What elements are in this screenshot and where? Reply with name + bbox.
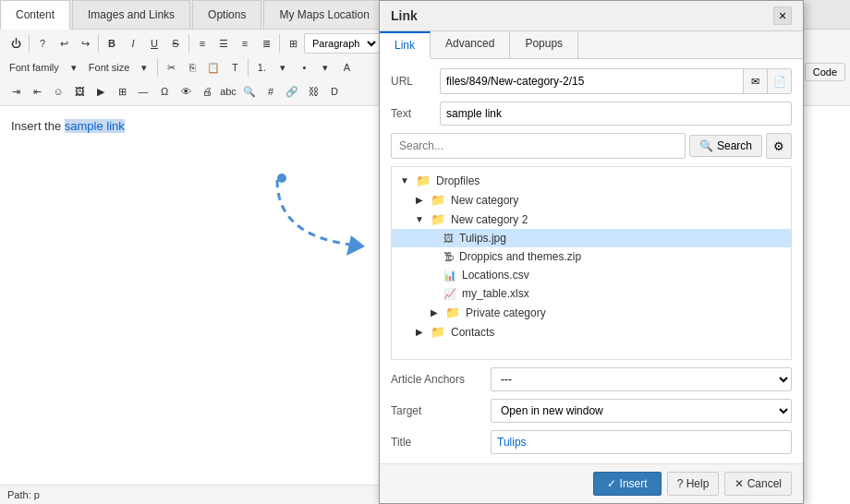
file-tree[interactable]: ▼ 📁 Dropfiles ▶ 📁 New category ▼ 📁 New c… xyxy=(391,166,792,360)
search-input-wrap xyxy=(391,133,686,159)
justify-icon[interactable]: ≣ xyxy=(256,33,276,54)
cut-icon[interactable]: ✂ xyxy=(161,57,181,78)
charmap-icon[interactable]: Ω xyxy=(154,81,175,102)
url-email-icon[interactable]: ✉ xyxy=(743,69,767,93)
url-browse-icon[interactable]: 📄 xyxy=(767,69,791,93)
anchor-icon[interactable]: # xyxy=(261,81,281,102)
tree-item-label: New category 2 xyxy=(451,213,528,226)
align-right-icon[interactable]: ≡ xyxy=(235,33,255,54)
list-dropdown-icon[interactable]: ▾ xyxy=(273,57,293,78)
xlsx-file-icon: 📈 xyxy=(443,288,456,300)
tree-item-private-category[interactable]: ▶ 📁 Private category xyxy=(392,303,791,322)
tree-item-label: my_table.xlsx xyxy=(462,287,529,300)
help-button-label: ? Help xyxy=(677,477,710,490)
link-icon[interactable]: 🔗 xyxy=(282,81,302,102)
dialog-tab-link[interactable]: Link xyxy=(380,31,431,59)
paste-text-icon[interactable]: T xyxy=(225,57,245,78)
path-value: p xyxy=(34,489,40,500)
search-button[interactable]: 🔍 Search xyxy=(689,135,762,157)
image-icon[interactable]: 🖼 xyxy=(69,81,90,102)
search-input[interactable] xyxy=(399,139,677,152)
paragraph-dropdown[interactable]: Paragraph xyxy=(304,33,380,54)
font-family-dropdown-icon[interactable]: ▾ xyxy=(64,57,84,78)
dialog-tab-popups[interactable]: Popups xyxy=(510,31,578,58)
folder-icon: 📁 xyxy=(431,193,445,207)
table-icon[interactable]: ⊞ xyxy=(283,33,303,54)
strikethrough-icon[interactable]: S xyxy=(165,33,186,54)
search-settings-button[interactable]: ⚙ xyxy=(766,133,792,159)
underline-icon[interactable]: U xyxy=(144,33,164,54)
expander-icon: ▶ xyxy=(414,195,425,205)
font-size-dropdown-icon[interactable]: ▾ xyxy=(134,57,154,78)
paste-icon[interactable]: 📋 xyxy=(203,57,224,78)
target-row: Target Open in new window xyxy=(391,399,792,423)
url-label: URL xyxy=(391,75,432,88)
tree-item-my-table[interactable]: 📈 my_table.xlsx xyxy=(392,284,791,303)
align-center-icon[interactable]: ☰ xyxy=(213,33,234,54)
print-icon[interactable]: 🖨 xyxy=(197,81,217,102)
list-ordered-icon[interactable]: 1. xyxy=(251,57,272,78)
dropcaps-icon[interactable]: D xyxy=(324,81,345,102)
unlink-icon[interactable]: ⛓ xyxy=(303,81,323,102)
tree-item-dropfiles[interactable]: ▼ 📁 Dropfiles xyxy=(392,171,791,190)
folder-icon: 📁 xyxy=(431,212,445,226)
dialog-tab-advanced[interactable]: Advanced xyxy=(431,31,510,58)
tree-item-droppics[interactable]: 🗜 Droppics and themes.zip xyxy=(392,247,791,266)
dialog-footer: ✓ Insert ? Help ✕ Cancel xyxy=(380,463,803,503)
title-label: Title xyxy=(391,436,483,449)
cancel-button-label: ✕ Cancel xyxy=(735,477,782,490)
code-button[interactable]: Code xyxy=(805,63,845,81)
copy-icon[interactable]: ⎘ xyxy=(182,57,202,78)
title-input[interactable] xyxy=(491,430,792,454)
tab-options[interactable]: Options xyxy=(192,0,261,29)
list-unordered-icon[interactable]: • xyxy=(294,57,314,78)
dialog-close-button[interactable]: × xyxy=(773,6,792,25)
help-icon[interactable]: ? xyxy=(32,33,53,54)
font-family-label: Font family xyxy=(6,62,63,73)
title-row: Title xyxy=(391,430,792,454)
cancel-button[interactable]: ✕ Cancel xyxy=(724,472,792,496)
emoticon-icon[interactable]: ☺ xyxy=(48,81,68,102)
separator-2 xyxy=(98,34,99,53)
search-icon: 🔍 xyxy=(699,139,713,152)
hr-icon[interactable]: — xyxy=(133,81,153,102)
tab-content[interactable]: Content xyxy=(0,0,70,30)
indent-icon[interactable]: ⇥ xyxy=(6,81,26,102)
media-icon[interactable]: ▶ xyxy=(91,81,111,102)
tree-item-label: Droppics and themes.zip xyxy=(459,250,581,263)
redo-icon[interactable]: ↪ xyxy=(75,33,95,54)
tree-item-new-category[interactable]: ▶ 📁 New category xyxy=(392,190,791,210)
outdent-icon[interactable]: ⇤ xyxy=(27,81,47,102)
bold-icon[interactable]: B xyxy=(102,33,122,54)
tree-item-label: Dropfiles xyxy=(436,174,480,187)
dialog-title: Link xyxy=(391,8,418,23)
power-icon[interactable]: ⏻ xyxy=(6,33,26,54)
expander-icon: ▼ xyxy=(399,175,410,186)
folder-icon: 📁 xyxy=(431,325,445,339)
tab-my-maps[interactable]: My Maps Location xyxy=(263,0,384,29)
code-btn-area: Code xyxy=(805,63,845,81)
table2-icon[interactable]: ⊞ xyxy=(112,81,132,102)
undo-icon[interactable]: ↩ xyxy=(54,33,74,54)
url-input[interactable] xyxy=(441,69,743,93)
find-replace-icon[interactable]: 🔍 xyxy=(239,81,260,102)
tree-item-new-category-2[interactable]: ▼ 📁 New category 2 xyxy=(392,210,791,229)
path-label: Path: xyxy=(7,489,31,500)
italic-icon[interactable]: I xyxy=(123,33,143,54)
text-input[interactable] xyxy=(440,102,792,126)
preview-icon[interactable]: 👁 xyxy=(176,81,196,102)
tree-item-contacts[interactable]: ▶ 📁 Contacts xyxy=(392,322,791,342)
tree-item-locations[interactable]: 📊 Locations.csv xyxy=(392,266,791,284)
tab-images-links[interactable]: Images and Links xyxy=(72,0,190,29)
article-anchors-row: Article Anchors --- xyxy=(391,367,792,391)
folder-icon: 📁 xyxy=(445,306,460,319)
help-button[interactable]: ? Help xyxy=(667,472,720,496)
article-anchors-select[interactable]: --- xyxy=(491,367,792,391)
insert-button[interactable]: ✓ Insert xyxy=(593,472,662,496)
spell-icon[interactable]: abc xyxy=(218,81,238,102)
text-dir-icon[interactable]: A xyxy=(336,57,357,78)
target-select[interactable]: Open in new window xyxy=(491,399,792,423)
align-left-icon[interactable]: ≡ xyxy=(192,33,212,54)
tree-item-tulips[interactable]: 🖼 Tulips.jpg xyxy=(392,229,791,247)
list-ul-dropdown-icon[interactable]: ▾ xyxy=(315,57,335,78)
